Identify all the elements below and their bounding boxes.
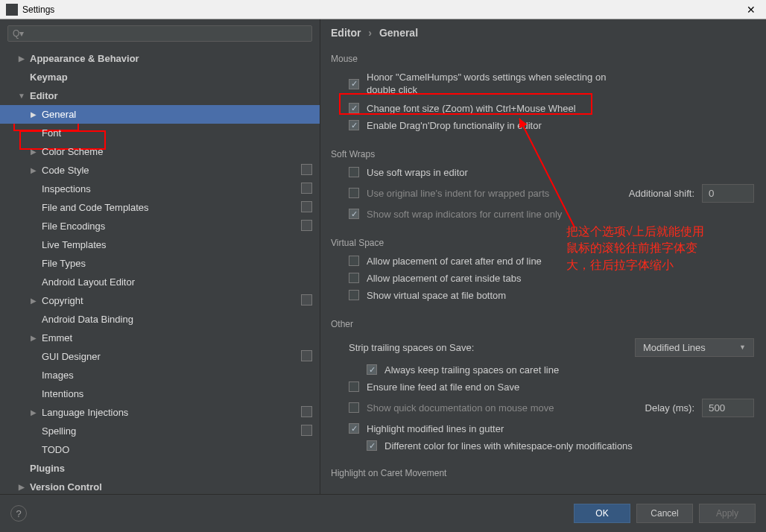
sidebar-item-label: Font xyxy=(42,127,61,139)
sidebar-item-plugins[interactable]: Plugins xyxy=(0,459,320,478)
chevron-right-icon xyxy=(28,166,39,174)
search-input[interactable]: Q▾ xyxy=(7,25,312,42)
chevron-right-icon xyxy=(16,54,27,63)
sidebar-item-android-data-binding[interactable]: Android Data Binding xyxy=(0,310,320,329)
label-diff-color-ws[interactable]: Different color for lines with whitespac… xyxy=(384,440,633,452)
sidebar-item-label: Inspections xyxy=(42,183,91,194)
breadcrumb-sep: › xyxy=(368,27,372,39)
checkbox-ensure-lf[interactable] xyxy=(349,381,359,392)
checkbox-zoom-mouse-wheel[interactable] xyxy=(349,103,359,113)
label-caret-after-eol[interactable]: Allow placement of caret after end of li… xyxy=(367,256,542,267)
sidebar-item-label: Color Scheme xyxy=(42,146,103,157)
sidebar-item-label: General xyxy=(42,109,76,120)
checkbox-honor-camelhumps[interactable] xyxy=(349,79,359,89)
sidebar-item-intentions[interactable]: Intentions xyxy=(0,384,320,403)
profile-scope-icon xyxy=(301,165,311,175)
label-additional-shift: Additional shift: xyxy=(629,188,694,199)
checkbox-use-soft-wraps[interactable] xyxy=(349,167,359,177)
input-delay-ms[interactable] xyxy=(702,399,754,417)
label-highlight-modified[interactable]: Highlight modified lines in gutter xyxy=(367,423,504,434)
sidebar-item-label: File Types xyxy=(42,258,86,269)
checkbox-quick-doc[interactable] xyxy=(349,402,359,413)
sidebar-item-gui-designer[interactable]: GUI Designer xyxy=(0,347,320,366)
section-soft-wraps: Soft Wraps xyxy=(331,143,754,164)
cancel-button[interactable]: Cancel xyxy=(636,504,693,523)
sidebar-item-todo[interactable]: TODO xyxy=(0,440,320,459)
label-original-indent: Use original line's indent for wrapped p… xyxy=(367,188,549,199)
profile-scope-icon xyxy=(301,296,311,305)
sidebar-item-editor[interactable]: Editor xyxy=(0,86,320,105)
label-caret-inside-tabs[interactable]: Allow placement of caret inside tabs xyxy=(367,273,521,284)
sidebar-item-android-layout-editor[interactable]: Android Layout Editor xyxy=(0,273,320,291)
search-field[interactable] xyxy=(27,28,307,39)
sidebar-item-label: Live Templates xyxy=(42,239,106,250)
label-keep-trailing-caret[interactable]: Always keep trailing spaces on caret lin… xyxy=(384,364,559,376)
chevron-right-icon xyxy=(28,408,39,417)
label-zoom-mouse-wheel[interactable]: Change font size (Zoom) with Ctrl+Mouse … xyxy=(367,103,576,114)
checkbox-drag-n-drop[interactable] xyxy=(349,120,359,130)
profile-scope-icon xyxy=(301,408,311,417)
chevron-down-icon xyxy=(16,92,27,100)
label-ensure-lf[interactable]: Ensure line feed at file end on Save xyxy=(367,381,519,393)
label-honor-camelhumps[interactable]: Honor "CamelHumps" words settings when s… xyxy=(367,72,620,97)
sidebar-item-label: File Encodings xyxy=(42,221,105,232)
sidebar-item-spelling[interactable]: Spelling xyxy=(0,422,320,440)
sidebar-item-file-and-code-templates[interactable]: File and Code Templates xyxy=(0,198,320,217)
checkbox-caret-inside-tabs[interactable] xyxy=(349,273,359,283)
sidebar-item-font[interactable]: Font xyxy=(0,124,320,142)
sidebar-item-label: Plugins xyxy=(30,463,65,474)
label-virtual-space-bottom[interactable]: Show virtual space at file bottom xyxy=(367,290,506,301)
sidebar-item-images[interactable]: Images xyxy=(0,366,320,384)
sidebar-item-language-injections[interactable]: Language Injections xyxy=(0,403,320,422)
profile-scope-icon xyxy=(301,221,311,231)
sidebar-item-keymap[interactable]: Keymap xyxy=(0,68,320,86)
sidebar-item-file-encodings[interactable]: File Encodings xyxy=(0,217,320,235)
checkbox-show-softwrap-ind[interactable] xyxy=(349,209,359,219)
apply-button[interactable]: Apply xyxy=(699,504,756,523)
dropdown-strip-trailing[interactable]: Modified Lines ▼ xyxy=(635,338,754,357)
chevron-down-icon: ▼ xyxy=(739,343,746,351)
chevron-right-icon xyxy=(28,334,39,342)
checkbox-original-indent[interactable] xyxy=(349,188,359,198)
section-other: Other xyxy=(331,313,754,334)
sidebar-item-live-templates[interactable]: Live Templates xyxy=(0,235,320,254)
sidebar-item-label: Language Injections xyxy=(42,407,128,418)
breadcrumb-general: General xyxy=(379,27,418,39)
titlebar: Settings ✕ xyxy=(0,0,766,19)
sidebar-item-copyright[interactable]: Copyright xyxy=(0,291,320,310)
sidebar-item-inspections[interactable]: Inspections xyxy=(0,180,320,198)
label-drag-n-drop[interactable]: Enable Drag'n'Drop functionality in edit… xyxy=(367,120,542,131)
help-button[interactable]: ? xyxy=(10,505,27,522)
profile-scope-icon xyxy=(301,184,311,194)
input-additional-shift[interactable] xyxy=(702,184,754,203)
sidebar-item-emmet[interactable]: Emmet xyxy=(0,329,320,347)
dialog-footer: ? OK Cancel Apply xyxy=(0,494,766,532)
sidebar-item-version-control[interactable]: Version Control xyxy=(0,478,320,494)
checkbox-highlight-modified[interactable] xyxy=(349,423,359,434)
label-delay-ms: Delay (ms): xyxy=(645,402,694,414)
checkbox-caret-after-eol[interactable] xyxy=(349,256,359,266)
label-strip-trailing: Strip trailing spaces on Save: xyxy=(349,342,474,353)
sidebar-item-general[interactable]: General xyxy=(0,105,320,124)
breadcrumb-editor[interactable]: Editor xyxy=(331,27,361,39)
sidebar-item-label: Version Control xyxy=(30,481,102,493)
chevron-right-icon xyxy=(16,483,27,491)
sidebar-item-label: Emmet xyxy=(42,332,72,343)
ok-button[interactable]: OK xyxy=(574,504,630,523)
label-quick-doc: Show quick documentation on mouse move xyxy=(367,402,554,414)
section-highlight-caret: Highlight on Caret Movement xyxy=(331,462,754,483)
checkbox-diff-color-ws[interactable] xyxy=(367,440,377,451)
sidebar-item-label: Spelling xyxy=(42,425,76,437)
checkbox-keep-trailing-caret[interactable] xyxy=(367,364,377,375)
window-title: Settings xyxy=(22,4,742,15)
sidebar-item-appearance-behavior[interactable]: Appearance & Behavior xyxy=(0,49,320,68)
close-icon[interactable]: ✕ xyxy=(742,4,760,16)
sidebar-item-file-types[interactable]: File Types xyxy=(0,254,320,273)
sidebar-item-color-scheme[interactable]: Color Scheme xyxy=(0,142,320,161)
label-use-soft-wraps[interactable]: Use soft wraps in editor xyxy=(367,167,468,178)
checkbox-virtual-space-bottom[interactable] xyxy=(349,290,359,300)
chevron-right-icon xyxy=(28,110,39,118)
sidebar-item-code-style[interactable]: Code Style xyxy=(0,161,320,180)
sidebar-item-label: Android Data Binding xyxy=(42,314,133,325)
breadcrumb: Editor › General xyxy=(331,27,754,39)
